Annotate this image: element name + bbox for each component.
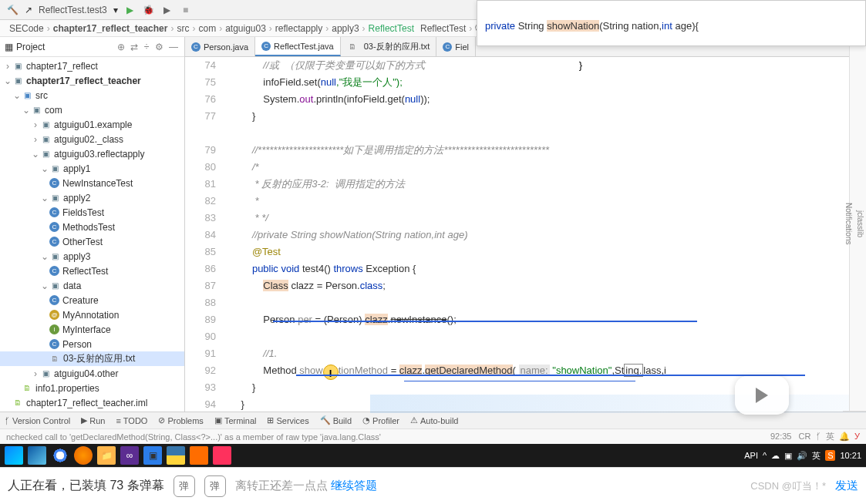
project-title: Project bbox=[16, 42, 113, 52]
tree-myannotation[interactable]: @MyAnnotation bbox=[0, 307, 184, 322]
project-tree[interactable]: ›▣chapter17_reflect ⌄▣chapter17_reflect_… bbox=[0, 57, 184, 412]
tree-reflecttest[interactable]: CReflectTest bbox=[0, 264, 184, 278]
taskbar-chrome[interactable] bbox=[51, 446, 69, 465]
danmu-bar: 人正在看，已装填 73 条弹幕 弹 弹 离转正还差一点点 继续答题 CSDN @… bbox=[0, 467, 866, 504]
tree-pkg2[interactable]: ›▣atguigu02._class bbox=[0, 132, 184, 146]
tree-divider-icon[interactable]: ÷ bbox=[144, 42, 150, 52]
bc-src[interactable]: src bbox=[174, 23, 192, 34]
tree-hide-icon[interactable]: — bbox=[169, 42, 178, 52]
tree-options-icon[interactable]: ⊕ bbox=[117, 42, 125, 52]
stop-icon[interactable]: ■ bbox=[180, 4, 192, 16]
tree-settings-icon[interactable]: ⚙ bbox=[155, 42, 163, 52]
bc-com[interactable]: com bbox=[195, 23, 219, 34]
tree-apply1[interactable]: ⌄▣apply1 bbox=[0, 161, 184, 176]
tree-collapse-icon[interactable]: ⇄ bbox=[130, 42, 138, 52]
tray-sound-icon[interactable]: 🔊 bbox=[797, 451, 807, 461]
tree-apply2[interactable]: ⌄▣apply2 bbox=[0, 190, 184, 205]
code-body[interactable]: //或 （仅限于类变量可以如下的方式} infoField.set(null,"… bbox=[227, 57, 866, 412]
bc-root[interactable]: SECode bbox=[6, 23, 47, 34]
taskbar-intellij[interactable] bbox=[213, 446, 231, 465]
hammer-icon[interactable]: 🔨 bbox=[6, 4, 19, 16]
config-dropdown-icon[interactable]: ▾ bbox=[113, 5, 118, 15]
tab-reflecttest[interactable]: CReflectTest.java bbox=[255, 37, 341, 56]
tray-cloud-icon[interactable]: ☁ bbox=[771, 451, 780, 461]
danmu-toggle-1[interactable]: 弹 bbox=[174, 475, 195, 497]
tree-module-1[interactable]: ›▣chapter17_reflect bbox=[0, 59, 184, 73]
tool-autobuild[interactable]: ⚠ Auto-build bbox=[410, 415, 459, 425]
run-icon[interactable]: ▶ bbox=[124, 4, 136, 16]
tree-newinstance[interactable]: CNewInstanceTest bbox=[0, 176, 184, 190]
danmu-send-button[interactable]: 发送 bbox=[835, 479, 858, 493]
status-youdao-icon[interactable]: У bbox=[854, 432, 860, 441]
tree-pkg3[interactable]: ⌄▣atguigu03.reflectapply bbox=[0, 146, 184, 161]
tree-info1[interactable]: 🗎info1.properties bbox=[0, 381, 184, 395]
tray-up-icon[interactable]: ^ bbox=[763, 451, 767, 460]
taskbar-vs[interactable]: ∞ bbox=[120, 446, 139, 465]
tab-txt[interactable]: 🗎03-反射的应用.txt bbox=[341, 37, 437, 56]
windows-taskbar[interactable]: 📁 ∞ ▣ API ^ ☁ ▣ 🔊 英 S 10:21 bbox=[0, 444, 866, 467]
tray-ime[interactable]: 英 bbox=[812, 450, 821, 462]
tree-myinterface[interactable]: IMyInterface bbox=[0, 322, 184, 337]
bc-sub[interactable]: reflectapply bbox=[272, 23, 325, 34]
status-caret-pos[interactable]: 92:35 bbox=[770, 432, 792, 441]
debug-icon[interactable]: 🐞 bbox=[143, 4, 155, 16]
taskbar-pycharm[interactable] bbox=[167, 446, 185, 465]
tree-creature[interactable]: CCreature bbox=[0, 293, 184, 307]
bc-module[interactable]: chapter17_reflect_teacher bbox=[50, 23, 171, 34]
danmu-toggle-2[interactable]: 弹 bbox=[204, 475, 226, 497]
taskbar-clock[interactable]: 10:21 bbox=[840, 451, 861, 460]
rail-notifications[interactable]: Notifications bbox=[843, 37, 854, 412]
tree-data[interactable]: ⌄▣data bbox=[0, 278, 184, 293]
run-config-indicator[interactable]: ↗ bbox=[25, 5, 32, 15]
tree-person[interactable]: CPerson bbox=[0, 337, 184, 351]
status-bar: nchecked call to 'getDeclaredMethod(Stri… bbox=[0, 428, 866, 444]
tree-info[interactable]: 🗎info.properties bbox=[0, 410, 184, 412]
taskbar-edge[interactable] bbox=[28, 446, 46, 465]
tree-module-2[interactable]: ⌄▣chapter17_reflect_teacher bbox=[0, 73, 184, 88]
tool-version-control[interactable]: ᚶ Version Control bbox=[5, 416, 70, 425]
taskbar-app1[interactable]: ▣ bbox=[143, 446, 162, 465]
bc-class[interactable]: ReflectTest bbox=[366, 23, 417, 34]
danmu-continue-link[interactable]: 继续答题 bbox=[331, 479, 377, 492]
tab-fiel[interactable]: CFiel bbox=[436, 37, 476, 56]
bc-pkg[interactable]: atguigu03 bbox=[222, 23, 269, 34]
status-encoding[interactable]: CR bbox=[799, 432, 811, 441]
taskbar-files[interactable]: 📁 bbox=[97, 446, 116, 465]
rail-jclasslib[interactable]: jclasslib bbox=[854, 37, 866, 412]
tree-com[interactable]: ⌄▣com bbox=[0, 102, 184, 117]
tray-onedrive-icon[interactable]: ▣ bbox=[784, 451, 792, 461]
taskbar-app2[interactable] bbox=[190, 446, 208, 465]
tree-fieldstest[interactable]: CFieldsTest bbox=[0, 205, 184, 220]
tool-problems[interactable]: ⊘ Problems bbox=[158, 415, 203, 425]
quick-definition-popup: private String showNation(String nation,… bbox=[477, 0, 866, 46]
bc-apply[interactable]: apply3 bbox=[329, 23, 362, 34]
taskbar-start[interactable] bbox=[5, 446, 23, 465]
tray-sogou-icon[interactable]: S bbox=[825, 450, 835, 461]
tree-methodstest[interactable]: CMethodsTest bbox=[0, 220, 184, 234]
danmu-input[interactable]: 离转正还差一点点 继续答题 bbox=[235, 479, 736, 493]
tree-txtfile[interactable]: 🗎03-反射的应用.txt bbox=[0, 351, 184, 366]
tool-profiler[interactable]: ◔ Profiler bbox=[362, 415, 399, 425]
status-ime[interactable]: 英 bbox=[826, 432, 834, 441]
run-config[interactable]: ReflectTest.test3 bbox=[39, 5, 107, 15]
tool-run[interactable]: ▶ Run bbox=[81, 415, 105, 425]
video-play-button[interactable] bbox=[735, 376, 789, 415]
taskbar-api[interactable]: API bbox=[744, 451, 758, 460]
tool-terminal[interactable]: ▣ Terminal bbox=[214, 415, 257, 425]
tree-apply3[interactable]: ⌄▣apply3 bbox=[0, 249, 184, 264]
taskbar-firefox[interactable] bbox=[74, 446, 93, 465]
text-cursor-icon bbox=[323, 365, 339, 380]
tree-pkg1[interactable]: ›▣atguigu01.example bbox=[0, 117, 184, 132]
status-bell-icon[interactable]: 🔔 bbox=[839, 432, 850, 441]
tool-services[interactable]: ⊞ Services bbox=[267, 415, 308, 425]
tab-person[interactable]: CPerson.java bbox=[185, 37, 255, 56]
tree-pkg4[interactable]: ›▣atguigu04.other bbox=[0, 366, 184, 381]
coverage-icon[interactable]: ▶ bbox=[161, 4, 174, 16]
tool-todo[interactable]: ≡ TODO bbox=[116, 416, 147, 425]
tool-build[interactable]: 🔨 Build bbox=[320, 415, 352, 425]
status-git-icon[interactable]: ᚶ bbox=[816, 432, 821, 441]
tree-src[interactable]: ⌄▣src bbox=[0, 88, 184, 102]
code-editor[interactable]: 74 75 76 77 79 80 81 82 83 84 85 86 87 8… bbox=[185, 57, 866, 412]
tree-iml[interactable]: 🗎chapter17_reflect_teacher.iml bbox=[0, 395, 184, 410]
tree-othertest[interactable]: COtherTest bbox=[0, 234, 184, 249]
